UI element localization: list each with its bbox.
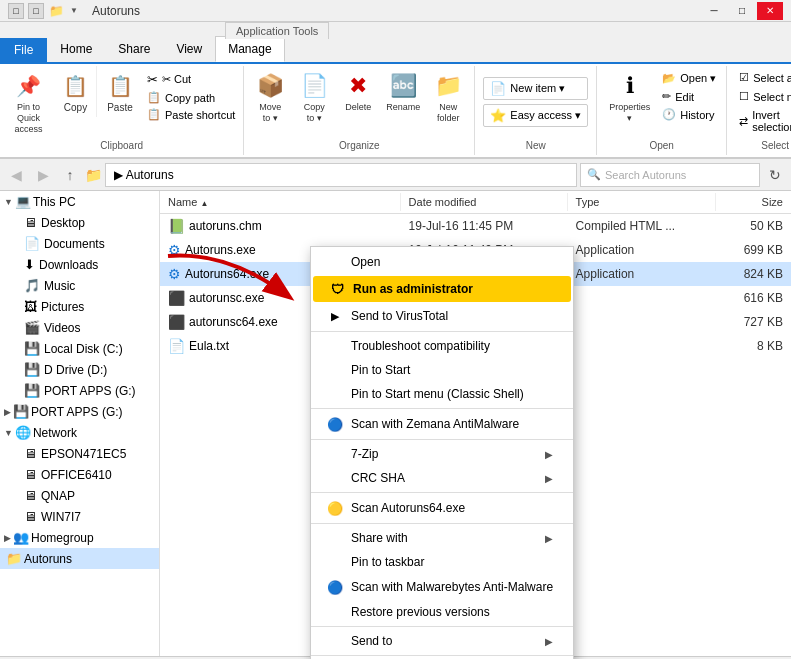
cm-malwarebytes-icon: 🔵: [327, 579, 343, 595]
col-header-type[interactable]: Type: [568, 193, 717, 211]
tab-view[interactable]: View: [163, 36, 215, 62]
maximize-button[interactable]: □: [729, 2, 755, 20]
cm-item-zemana[interactable]: 🔵 Scan with Zemana AntiMalware: [311, 411, 573, 437]
cm-item-restore-versions[interactable]: Restore previous versions: [311, 600, 573, 624]
cm-zemana-icon: 🔵: [327, 416, 343, 432]
cm-item-scan-autoruns64[interactable]: 🟡 Scan Autoruns64.exe: [311, 495, 573, 521]
sidebar-item-pictures[interactable]: 🖼 Pictures: [0, 296, 159, 317]
title-icon-folder: 📁: [48, 3, 64, 19]
tab-share[interactable]: Share: [105, 36, 163, 62]
new-item-button[interactable]: 📄New item ▾: [483, 77, 588, 100]
sidebar-item-downloads[interactable]: ⬇ Downloads: [0, 254, 159, 275]
up-button[interactable]: ↑: [58, 163, 82, 187]
open-group-label: Open: [603, 138, 720, 155]
back-button[interactable]: ◀: [4, 163, 28, 187]
search-box[interactable]: 🔍 Search Autoruns: [580, 163, 760, 187]
new-folder-button[interactable]: 📁 Newfolder: [428, 66, 468, 128]
refresh-button[interactable]: ↻: [763, 163, 787, 187]
copy-to-button[interactable]: 📄 Copyto ▾: [294, 66, 334, 128]
delete-button[interactable]: ✖ Delete: [338, 66, 378, 116]
app-tools-label: Application Tools: [236, 25, 318, 37]
cm-item-send-to[interactable]: Send to ▶: [311, 629, 573, 653]
cm-separator-4: [311, 492, 573, 493]
cm-item-malwarebytes[interactable]: 🔵 Scan with Malwarebytes Anti-Malware: [311, 574, 573, 600]
sidebar-item-port-apps-g1[interactable]: 💾 PORT APPS (G:): [0, 380, 159, 401]
col-header-size[interactable]: Size: [716, 193, 791, 211]
invert-selection-button[interactable]: ⇄Invertselection: [735, 107, 791, 135]
sidebar-item-win7i7[interactable]: 🖥 WIN7I7: [0, 506, 159, 527]
select-all-button[interactable]: ☑Select all: [735, 69, 791, 86]
cm-item-troubleshoot[interactable]: Troubleshoot compatibility: [311, 334, 573, 358]
tab-home[interactable]: Home: [47, 36, 105, 62]
cm-item-crc-sha[interactable]: CRC SHA ▶: [311, 466, 573, 490]
cm-item-pin-taskbar[interactable]: Pin to taskbar: [311, 550, 573, 574]
col-header-date[interactable]: Date modified: [401, 193, 568, 211]
col-header-name[interactable]: Name ▲: [160, 193, 401, 211]
file-row-autoruns-chm[interactable]: 📗 autoruns.chm 19-Jul-16 11:45 PM Compil…: [160, 214, 791, 238]
sidebar-item-this-pc[interactable]: ▼ 💻 This PC: [0, 191, 159, 212]
rename-button[interactable]: 🔤 Rename: [382, 66, 424, 116]
select-none-button[interactable]: ☐Select none: [735, 88, 791, 105]
cm-separator-7: [311, 655, 573, 656]
address-path-text: ▶ Autoruns: [114, 168, 174, 182]
properties-button[interactable]: ℹ Properties▾: [603, 66, 656, 128]
cm-item-open[interactable]: Open: [311, 249, 573, 275]
cm-separator-2: [311, 408, 573, 409]
open-button[interactable]: 📂Open ▾: [658, 70, 720, 87]
sidebar-item-qnap[interactable]: 🖥 QNAP: [0, 485, 159, 506]
cm-item-run-as-admin[interactable]: 🛡 Run as administrator: [313, 276, 571, 302]
cm-separator-6: [311, 626, 573, 627]
ribbon-group-organize: 📦 Moveto ▾ 📄 Copyto ▾ ✖ Delete 🔤 Rename …: [244, 66, 475, 155]
cm-item-pin-start[interactable]: Pin to Start: [311, 358, 573, 382]
sidebar-item-desktop[interactable]: 🖥 Desktop: [0, 212, 159, 233]
sidebar-item-port-apps-g2[interactable]: ▶ 💾 PORT APPS (G:): [0, 401, 159, 422]
title-icon-down[interactable]: ▼: [68, 3, 80, 19]
title-bar: □ □ 📁 ▼ Autoruns ─ □ ✕: [0, 0, 791, 22]
sidebar-item-autoruns[interactable]: 📁 Autoruns: [0, 548, 159, 569]
sidebar-item-documents[interactable]: 📄 Documents: [0, 233, 159, 254]
sidebar-item-network[interactable]: ▼ 🌐 Network: [0, 422, 159, 443]
cm-separator-5: [311, 523, 573, 524]
edit-button[interactable]: ✏Edit: [658, 88, 720, 105]
cm-item-7zip[interactable]: 7-Zip ▶: [311, 442, 573, 466]
history-button[interactable]: 🕐History: [658, 106, 720, 123]
cm-sendto-arrow: ▶: [545, 636, 553, 647]
search-placeholder: Search Autoruns: [605, 169, 686, 181]
organize-group-label: Organize: [250, 138, 468, 155]
sidebar-item-d-drive[interactable]: 💾 D Drive (D:): [0, 359, 159, 380]
address-path-icon: 📁: [85, 167, 102, 183]
cm-crc-arrow: ▶: [545, 473, 553, 484]
clipboard-group-label: Clipboard: [4, 138, 239, 155]
title-text: Autoruns: [92, 4, 140, 18]
close-button[interactable]: ✕: [757, 2, 783, 20]
paste-button[interactable]: 📋 Paste: [99, 66, 141, 117]
copy-button[interactable]: 📋 Copy: [55, 66, 97, 117]
sidebar-item-office[interactable]: 🖥 OFFICE6410: [0, 464, 159, 485]
pin-quick-access-button[interactable]: 📌 Pin to Quickaccess: [4, 66, 53, 138]
ribbon: 📌 Pin to Quickaccess 📋 Copy 📋 Paste ✂✂ C…: [0, 62, 791, 159]
cm-virustotal-icon: ▶: [327, 308, 343, 324]
paste-label: Paste: [107, 102, 133, 113]
paste-shortcut-button[interactable]: 📋Paste shortcut: [143, 106, 239, 123]
tab-manage[interactable]: Manage: [215, 36, 284, 62]
sidebar-item-epson[interactable]: 🖥 EPSON471EC5: [0, 443, 159, 464]
sidebar-item-local-disk-c[interactable]: 💾 Local Disk (C:): [0, 338, 159, 359]
sidebar-item-music[interactable]: 🎵 Music: [0, 275, 159, 296]
sidebar-item-videos[interactable]: 🎬 Videos: [0, 317, 159, 338]
move-to-button[interactable]: 📦 Moveto ▾: [250, 66, 290, 128]
cut-button[interactable]: ✂✂ Cut: [143, 70, 239, 89]
tab-file[interactable]: File: [0, 38, 47, 62]
cm-item-share-with[interactable]: Share with ▶: [311, 526, 573, 550]
cm-item-pin-start-menu[interactable]: Pin to Start menu (Classic Shell): [311, 382, 573, 406]
easy-access-button[interactable]: ⭐Easy access ▾: [483, 104, 588, 127]
forward-button[interactable]: ▶: [31, 163, 55, 187]
search-icon: 🔍: [587, 168, 601, 181]
cm-7zip-arrow: ▶: [545, 449, 553, 460]
context-menu: Open 🛡 Run as administrator ▶ Send to Vi…: [310, 246, 574, 659]
cm-item-virustotal[interactable]: ▶ Send to VirusTotal: [311, 303, 573, 329]
address-path-bar[interactable]: ▶ Autoruns: [105, 163, 577, 187]
minimize-button[interactable]: ─: [701, 2, 727, 20]
ribbon-group-clipboard: 📌 Pin to Quickaccess 📋 Copy 📋 Paste ✂✂ C…: [0, 66, 244, 155]
sidebar-item-homegroup[interactable]: ▶ 👥 Homegroup: [0, 527, 159, 548]
copy-path-button[interactable]: 📋Copy path: [143, 89, 239, 106]
